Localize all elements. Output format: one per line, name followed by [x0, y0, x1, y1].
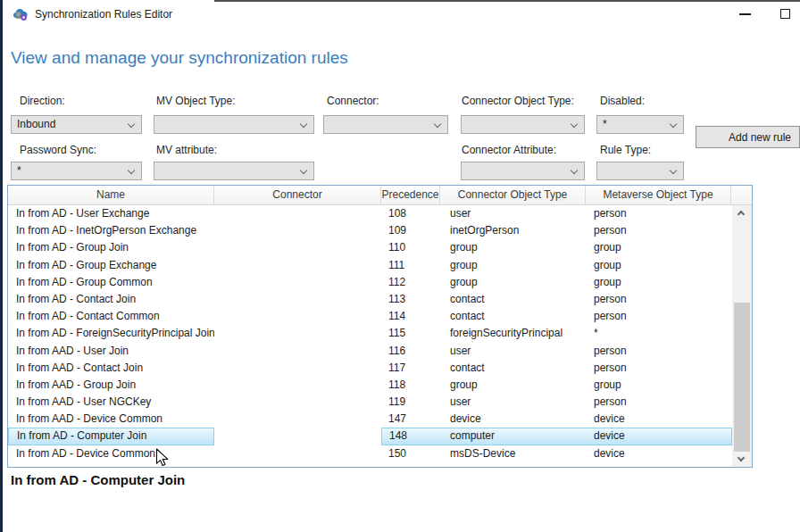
- cell-name: In from AD - Device Common: [8, 445, 214, 462]
- cell-metaverse-object-type: person: [586, 343, 732, 360]
- mv-object-type-dropdown[interactable]: [154, 115, 314, 134]
- cell-metaverse-object-type: group: [586, 274, 732, 291]
- cell-connector-object-type: group: [440, 239, 586, 256]
- mv-object-type-label: MV Object Type:: [156, 95, 235, 107]
- cell-connector: [214, 360, 381, 377]
- table-row[interactable]: In from AD - Computer Join 148 computer …: [8, 428, 732, 445]
- background-window-edge-top: [214, 0, 800, 2]
- table-row[interactable]: In from AD - Group Exchange 111 group gr…: [8, 257, 732, 274]
- cell-name: In from AD - Group Exchange: [8, 257, 214, 274]
- chevron-down-icon: [128, 121, 135, 128]
- table-row[interactable]: In from AAD - Group Join 118 group group: [8, 377, 732, 394]
- add-new-rule-button[interactable]: Add new rule: [696, 126, 800, 148]
- cell-precedence: 108: [381, 205, 440, 222]
- rule-type-dropdown[interactable]: [596, 162, 684, 180]
- cell-connector: [214, 428, 381, 445]
- cell-connector-object-type: user: [440, 394, 586, 411]
- connector-label: Connector:: [327, 95, 379, 107]
- chevron-down-icon: [738, 454, 745, 461]
- direction-dropdown[interactable]: Inbound: [11, 115, 142, 134]
- cell-precedence: 114: [381, 308, 440, 325]
- table-row[interactable]: In from AAD - User NGCKey 119 user perso…: [8, 394, 732, 411]
- sync-rules-editor-app-icon: [12, 6, 29, 22]
- cell-connector: [214, 377, 381, 394]
- chevron-down-icon: [300, 121, 307, 128]
- cell-precedence: 148: [381, 428, 440, 445]
- column-header-connector[interactable]: Connector: [214, 186, 381, 204]
- cell-precedence: 109: [381, 222, 440, 239]
- cell-connector-object-type: device: [440, 411, 586, 428]
- window-title: Synchronization Rules Editor: [35, 8, 172, 21]
- cell-precedence: 113: [381, 291, 440, 308]
- cell-precedence: 119: [381, 394, 440, 411]
- column-header-metaverse-object-type[interactable]: Metaverse Object Type: [586, 186, 731, 204]
- cell-name: In from AD - ForeignSecurityPrincipal Jo…: [8, 325, 214, 342]
- rules-table: Name Connector Precedence Connector Obje…: [7, 185, 753, 468]
- cell-connector-object-type: group: [440, 257, 586, 274]
- cell-metaverse-object-type: group: [586, 257, 732, 274]
- cell-connector-object-type: msDS-Device: [440, 445, 586, 462]
- chevron-down-icon: [670, 121, 677, 128]
- cell-metaverse-object-type: group: [586, 239, 732, 256]
- minimize-button[interactable]: [730, 0, 761, 27]
- cell-name: In from AAD - User NGCKey: [8, 394, 214, 411]
- cell-connector: [214, 343, 381, 360]
- cell-connector: [214, 257, 381, 274]
- cell-metaverse-object-type: *: [586, 325, 732, 342]
- table-row[interactable]: In from AD - ForeignSecurityPrincipal Jo…: [8, 325, 732, 342]
- column-header-name[interactable]: Name: [8, 186, 214, 204]
- selected-rule-title: In from AD - Computer Join: [11, 472, 185, 487]
- table-row[interactable]: In from AAD - User Join 116 user person: [8, 343, 732, 360]
- cell-precedence: 116: [381, 343, 440, 360]
- cell-metaverse-object-type: person: [586, 291, 732, 308]
- cell-connector-object-type: contact: [440, 291, 586, 308]
- disabled-value: *: [603, 116, 607, 133]
- cell-connector: [214, 325, 381, 342]
- scrollbar-up-button[interactable]: [732, 205, 752, 220]
- table-row[interactable]: In from AD - Contact Join 113 contact pe…: [8, 291, 732, 308]
- connector-attribute-dropdown[interactable]: [461, 162, 585, 180]
- table-row[interactable]: In from AAD - Device Common 147 device d…: [8, 411, 732, 428]
- column-header-connector-object-type[interactable]: Connector Object Type: [440, 186, 586, 204]
- column-header-precedence[interactable]: Precedence: [381, 186, 440, 204]
- vertical-scrollbar[interactable]: [732, 205, 752, 467]
- scrollbar-thumb[interactable]: [734, 303, 750, 452]
- cell-name: In from AD - Contact Common: [8, 308, 214, 325]
- cell-name: In from AAD - User Join: [8, 343, 214, 360]
- cell-metaverse-object-type: person: [586, 205, 732, 222]
- table-row[interactable]: In from AD - Group Join 110 group group: [8, 239, 732, 256]
- cell-precedence: 117: [381, 360, 440, 377]
- cell-precedence: 150: [381, 445, 440, 462]
- title-bar: Synchronization Rules Editor: [3, 0, 800, 29]
- cell-name: In from AD - Computer Join: [8, 428, 214, 445]
- cell-connector: [214, 222, 381, 239]
- scrollbar-down-button[interactable]: [732, 452, 752, 467]
- chevron-down-icon: [571, 167, 578, 174]
- connector-object-type-dropdown[interactable]: [461, 115, 585, 134]
- rules-table-header: Name Connector Precedence Connector Obje…: [8, 186, 752, 205]
- password-sync-dropdown[interactable]: *: [11, 162, 142, 180]
- table-row[interactable]: In from AD - Device Common 150 msDS-Devi…: [8, 445, 732, 462]
- maximize-button[interactable]: [771, 0, 800, 27]
- chevron-down-icon: [300, 167, 307, 174]
- cell-precedence: 111: [381, 257, 440, 274]
- table-row[interactable]: In from AD - User Exchange 108 user pers…: [8, 205, 732, 222]
- mv-attribute-dropdown[interactable]: [154, 162, 314, 180]
- connector-dropdown[interactable]: [323, 115, 448, 134]
- disabled-dropdown[interactable]: *: [596, 115, 684, 134]
- cell-connector: [214, 239, 381, 256]
- cell-connector-object-type: user: [440, 343, 586, 360]
- chevron-down-icon: [434, 121, 441, 128]
- cell-connector-object-type: contact: [440, 360, 586, 377]
- cell-connector: [214, 205, 381, 222]
- password-sync-label: Password Sync:: [20, 144, 96, 156]
- table-row[interactable]: In from AD - InetOrgPerson Exchange 109 …: [8, 222, 732, 239]
- table-row[interactable]: In from AD - Contact Common 114 contact …: [8, 308, 732, 325]
- table-row[interactable]: In from AAD - Contact Join 117 contact p…: [8, 360, 732, 377]
- table-row[interactable]: In from AD - Group Common 112 group grou…: [8, 274, 732, 291]
- rule-type-label: Rule Type:: [600, 144, 651, 156]
- cell-metaverse-object-type: person: [586, 308, 732, 325]
- cell-metaverse-object-type: device: [586, 445, 732, 462]
- cell-metaverse-object-type: device: [586, 428, 732, 445]
- cell-metaverse-object-type: device: [586, 411, 732, 428]
